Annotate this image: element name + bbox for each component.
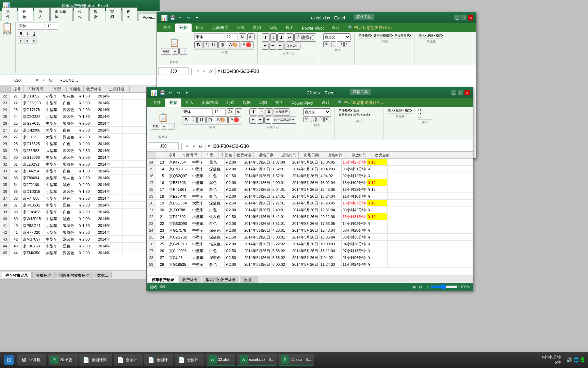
bg-tab-file[interactable]: 文件 [2,7,17,21]
excel-22-cancel-icon[interactable]: ✕ [184,143,190,149]
22-merge-center-btn[interactable]: 合并居后居中▾ [272,117,296,124]
bg-tab-formula[interactable]: 公式 [74,7,89,21]
22-align-top-btn[interactable]: ⬆ [249,108,257,116]
22-copy-btn[interactable]: 📄 [168,123,175,129]
redo-btn[interactable]: ↪ [185,14,192,21]
align-center-btn[interactable]: ≡ [24,38,30,44]
bg-sheet-tab-4[interactable]: 数据... [94,272,112,278]
font-color-btn[interactable]: A🔴 [241,41,254,48]
bg-tab-insert[interactable]: 插入 [34,7,50,21]
22-font-size[interactable] [214,108,226,115]
22-sheet-tab-3[interactable]: 拟采用的收费标准 [202,276,239,283]
view-layout-btn[interactable]: ⊡ [419,285,422,289]
taskbar-22xlsx[interactable]: X 22.xlsx... [206,354,235,366]
22-number-format-select[interactable]: 自定义常规 [303,108,330,115]
view-page-btn[interactable]: ⊟ [425,285,428,289]
percent-btn[interactable]: % [323,41,330,47]
underline-btn[interactable]: U [31,31,37,37]
taskbar-quanguo4[interactable]: 📄 全国计... [175,354,204,366]
taskbar-22xlsx2[interactable]: X 22.xlsx - E... [278,354,314,366]
bg-sheet-tab-1[interactable]: 停车收费记录 [2,272,32,278]
tab-formulas-22[interactable]: 公式 [222,98,239,107]
22-font-name[interactable] [182,108,213,115]
excel-22-formulainput[interactable]: =H30-F30+I30-G30 [205,142,471,150]
excel-main-confirm-icon[interactable]: ✓ [201,68,207,74]
number-format-select[interactable]: 自定义常规数字货币 [323,33,350,40]
taskbar-2016[interactable]: X 2016版... [48,354,78,366]
taskbar-excelxlsx[interactable]: X excel.xlsx - E... [237,354,277,366]
italic-btn[interactable]: I [203,41,209,48]
excel-22-cellref[interactable]: J30 [148,142,179,150]
auto-wrap-btn[interactable]: 自动换行 [294,33,316,42]
tab-file-main[interactable]: 文件 [159,24,175,32]
22-dec-inc-btn[interactable]: .0 [316,116,323,122]
redo-22-btn[interactable]: ↪ [175,89,182,96]
excel-main-cellref[interactable]: J30 [158,67,189,75]
view-normal-btn[interactable]: ⊞ [413,285,416,289]
22-underline-btn[interactable]: U [197,116,206,123]
cancel-icon[interactable]: ✕ [34,77,40,83]
wrap-text-btn[interactable]: ↵ [286,33,294,42]
tab-formulas-main[interactable]: 公式 [232,24,249,32]
align-right-btn[interactable]: ≡ [31,38,37,44]
tab-file-22[interactable]: 文件 [149,98,165,107]
dec-dec-btn[interactable]: 0. [344,41,351,47]
tab-review-22[interactable]: 审阅 [255,98,271,107]
22-dec-dec-btn[interactable]: 0. [324,116,331,122]
tab-review-main[interactable]: 审阅 [265,24,281,32]
bg-sheet-tab-3[interactable]: 拟采用的收费标准 [55,272,93,278]
tab-data-22[interactable]: 数据 [239,98,255,107]
align-left-btn[interactable]: ≡ [18,38,23,44]
bg-tab-data[interactable]: 数据 [89,7,105,21]
tab-help-main[interactable]: 🔍 告诉我您想要做什么... [344,24,398,32]
tab-design-22[interactable]: 设计 [317,98,334,107]
bg-tab-home[interactable]: 开始 [18,7,34,21]
22-cut-btn[interactable]: ✂ [161,123,167,129]
22-sheet-tab-4[interactable]: 数据... [240,276,258,283]
excel-main-formulainput[interactable]: =H30+I30-G30-F30 [215,67,475,75]
main-font-size[interactable] [226,33,238,40]
excel-main-fx-icon[interactable]: fx [208,68,214,74]
fill-color-btn[interactable]: A🎨 [227,41,240,48]
tab-data-main[interactable]: 数据 [249,24,265,32]
excel-22-confirm-icon[interactable]: ✓ [191,143,197,149]
tab-view-main[interactable]: 视图 [281,24,298,32]
fx-icon[interactable]: fx [47,77,53,83]
22-font-shrink-btn[interactable]: A↓ [235,108,243,115]
22-fill-color-btn[interactable]: A🎨 [215,116,228,123]
undo-22-btn[interactable]: ↩ [167,89,174,96]
22-bold-btn[interactable]: B [182,116,190,123]
bg-sheet-tab-2[interactable]: 收费标准 [32,272,55,278]
bg-tab-view[interactable]: 视图 [122,7,138,21]
bold-btn[interactable]: B [18,31,24,37]
tab-home-22[interactable]: 开始 [165,98,181,107]
22-align-center-btn[interactable]: ≡ [257,117,264,124]
22-thousands-btn[interactable]: , [311,116,316,122]
tab-pagelayout-main[interactable]: 页面布局 [208,24,232,32]
undo-btn[interactable]: ↩ [177,14,184,21]
border-btn[interactable]: ⊞ [218,41,226,48]
tab-insert-main[interactable]: 插入 [192,24,208,32]
align-mid-btn[interactable]: ↕ [270,33,277,42]
bg-tab-review[interactable]: 审阅 [106,7,121,21]
font-name-input[interactable] [18,22,45,30]
close-22-btn[interactable]: ✕ [464,90,470,95]
22-align-mid-btn[interactable]: ↕ [258,108,264,116]
tab-pagelayout-22[interactable]: 页面布局 [198,98,222,107]
confirm-icon[interactable]: ✓ [40,77,47,83]
22-align-left-btn[interactable]: ≡ [249,117,256,124]
align-top-btn[interactable]: ⬆ [262,33,270,42]
bg-cellref[interactable]: K30 [2,77,32,84]
font-grow-btn[interactable]: A↑ [239,33,246,40]
main-cut-btn[interactable]: ✂ [172,48,179,55]
bold-btn[interactable]: B [194,41,202,48]
align-right-btn[interactable]: ≡ [277,43,283,50]
taskbar-quanguo1[interactable]: 📄 全国计算... [79,354,112,366]
tab-help-22[interactable]: 🔍 告诉我您想要做什么... [334,98,388,107]
22-auto-wrap-btn[interactable]: 自动换行 [274,108,290,116]
22-align-bot-btn[interactable]: ⬇ [265,108,273,116]
font-size-input[interactable] [46,22,58,30]
main-paste-btn[interactable]: 粘贴 [161,48,171,55]
qat-more-btn[interactable]: ▾ [194,14,200,21]
22-font-color-btn[interactable]: A🔴 [228,116,241,123]
